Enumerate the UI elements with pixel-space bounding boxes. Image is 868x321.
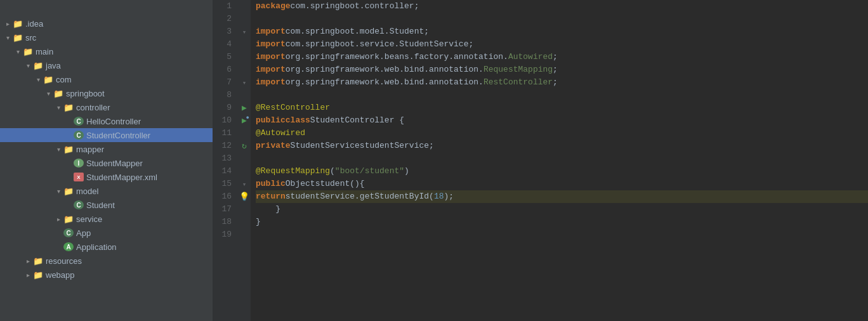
code-line-2 <box>256 13 868 25</box>
tree-item-controller[interactable]: 📁controller <box>0 100 213 114</box>
label-model: model <box>76 187 98 196</box>
tree-item-resources[interactable]: 📁resources <box>0 254 213 268</box>
arrow-springboot <box>43 90 53 97</box>
gutter-cell-6 <box>238 63 251 76</box>
arrow-service <box>53 216 63 223</box>
icon-idea: 📁 <box>13 18 23 29</box>
code-line-14: @RequestMapping("boot/student") <box>256 165 868 178</box>
tree-item-service[interactable]: 📁service <box>0 212 213 226</box>
gutter-cell-1 <box>238 0 251 13</box>
line-num-13: 13 <box>215 152 235 165</box>
tree-item-com[interactable]: 📁com <box>0 72 213 86</box>
label-App: App <box>76 228 91 238</box>
tree-item-mapper[interactable]: 📁mapper <box>0 142 213 156</box>
tree-item-App[interactable]: CApp <box>0 226 213 240</box>
code-line-9: @RestController <box>256 102 868 114</box>
gutter-cell-3: ▾ <box>238 25 251 38</box>
line-num-14: 14 <box>215 165 235 178</box>
code-area[interactable]: package com.springboot.controller; impor… <box>251 0 868 321</box>
bulb-icon[interactable]: 💡 <box>239 192 249 202</box>
gutter-cell-12: ↻ <box>238 140 251 152</box>
fold-icon[interactable]: ▾ <box>242 180 247 188</box>
label-idea: .idea <box>25 19 43 29</box>
arrow-src <box>3 34 13 41</box>
code-line-1: package com.springboot.controller; <box>256 0 868 13</box>
tree-item-idea[interactable]: 📁.idea <box>0 16 213 30</box>
run-icon[interactable]: ▶ <box>242 103 247 113</box>
label-StudentMapperXml: StudentMapper.xml <box>86 173 157 182</box>
code-line-16: return studentService.getStudentById(18)… <box>256 190 868 203</box>
tree-item-java[interactable]: 📁java <box>0 58 213 72</box>
icon-java: 📁 <box>33 60 43 70</box>
icon-Student: C <box>74 200 84 209</box>
icon-service: 📁 <box>63 214 74 224</box>
icon-Application: A <box>63 242 74 251</box>
line-num-1: 1 <box>215 0 235 13</box>
code-line-10: public class StudentController { <box>256 114 868 127</box>
label-Application: Application <box>76 242 117 252</box>
line-num-5: 5 <box>215 51 235 63</box>
tree-item-webapp[interactable]: 📁webapp <box>0 268 213 282</box>
code-line-7: import org.springframework.web.bind.anno… <box>256 76 868 89</box>
tree-item-Application[interactable]: AApplication <box>0 240 213 254</box>
tree-item-StudentController[interactable]: CStudentController <box>0 128 213 142</box>
line-num-3: 3 <box>215 25 235 38</box>
tree-item-springboot[interactable]: 📁springboot <box>0 86 213 100</box>
gutter-cell-19 <box>238 228 251 241</box>
code-line-15: public Object student(){ <box>256 178 868 190</box>
tree-item-HelloController[interactable]: CHelloController <box>0 114 213 128</box>
line-num-10: 10 <box>215 114 235 127</box>
icon-StudentController: C <box>74 131 84 140</box>
gutter-cell-13 <box>238 152 251 165</box>
gutter-cell-8 <box>238 89 251 102</box>
arrow-resources <box>23 258 33 265</box>
icon-HelloController: C <box>74 117 84 126</box>
fold-icon[interactable]: ▾ <box>242 28 247 36</box>
tree-item-model[interactable]: 📁model <box>0 184 213 198</box>
code-line-13 <box>256 152 868 165</box>
label-StudentMapper: StudentMapper <box>86 159 143 168</box>
tree-item-main[interactable]: 📁main <box>0 44 213 58</box>
label-webapp: webapp <box>46 270 75 280</box>
file-tree[interactable]: 📁.idea📁src📁main📁java📁com📁springboot📁cont… <box>0 0 213 321</box>
icon-main: 📁 <box>23 46 33 56</box>
arrow-main <box>13 48 23 55</box>
editor-gutter: ▾▾▶▶●↻▾💡 <box>238 0 251 321</box>
gutter-cell-11 <box>238 127 251 140</box>
icon-StudentMapperXml: X <box>74 173 84 181</box>
code-line-3: import com.springboot.model.Student; <box>256 25 868 38</box>
tree-item-StudentMapperXml[interactable]: XStudentMapper.xml <box>0 170 213 184</box>
arrow-model <box>53 188 63 195</box>
label-HelloController: HelloController <box>86 117 141 126</box>
code-line-4: import com.springboot.service.StudentSer… <box>256 38 868 51</box>
line-num-9: 9 <box>215 102 235 114</box>
tree-item-src[interactable]: 📁src <box>0 30 213 44</box>
gutter-cell-18 <box>238 216 251 228</box>
icon-StudentMapper: I <box>74 159 84 167</box>
code-line-11: @Autowired <box>256 127 868 140</box>
icon-App: C <box>63 228 74 237</box>
run3-icon[interactable]: ↻ <box>242 141 247 151</box>
project-root[interactable] <box>0 3 213 16</box>
line-num-17: 17 <box>215 203 235 216</box>
line-num-16: 16 <box>215 190 235 203</box>
gutter-cell-2 <box>238 13 251 25</box>
label-springboot: springboot <box>66 89 105 98</box>
tree-item-StudentMapper[interactable]: IStudentMapper <box>0 156 213 170</box>
gutter-cell-17 <box>238 203 251 216</box>
icon-mapper: 📁 <box>63 144 74 154</box>
tree-item-Student[interactable]: CStudent <box>0 198 213 212</box>
fold-icon[interactable]: ▾ <box>242 79 247 87</box>
gutter-cell-7: ▾ <box>238 76 251 89</box>
gutter-cell-10: ▶● <box>238 114 251 127</box>
line-num-12: 12 <box>215 140 235 152</box>
arrow-idea <box>3 20 13 27</box>
line-num-19: 19 <box>215 228 235 241</box>
label-controller: controller <box>76 103 110 112</box>
run2-icon[interactable]: ▶● <box>242 115 247 126</box>
line-numbers: 12345678910111213141516171819 <box>213 0 238 321</box>
code-line-6: import org.springframework.web.bind.anno… <box>256 63 868 76</box>
label-resources: resources <box>46 256 82 266</box>
code-line-5: import org.springframework.beans.factory… <box>256 51 868 63</box>
label-mapper: mapper <box>76 145 104 154</box>
